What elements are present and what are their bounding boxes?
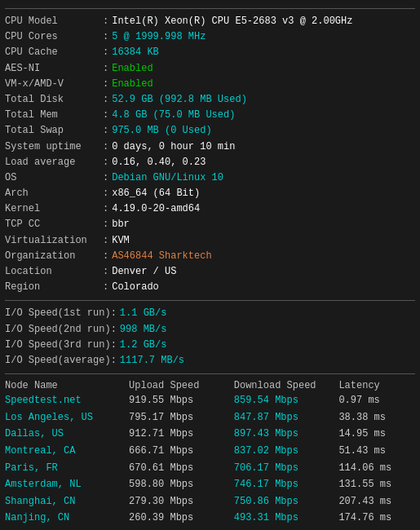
arch-value: x86_64 (64 Bit) — [112, 186, 200, 201]
vmx-row: VM-x/AMD-V : Enabled — [5, 77, 415, 92]
vmx-value: Enabled — [112, 77, 153, 92]
speed-download: 897.43 Mbps — [234, 426, 339, 443]
cpu-cores-row: CPU Cores : 5 @ 1999.998 MHz — [5, 29, 415, 45]
system-info-section: CPU Model : Intel(R) Xeon(R) CPU E5-2683… — [5, 8, 415, 295]
cpu-model-value: Intel(R) Xeon(R) CPU E5-2683 v3 @ 2.00GH… — [112, 14, 352, 29]
speed-table-header: Node Name Upload Speed Download Speed La… — [5, 379, 415, 392]
cpu-cache-label: CPU Cache — [5, 45, 103, 60]
speed-latency: 38.38 ms — [338, 409, 415, 426]
io-avg-label: I/O Speed(average) — [5, 353, 111, 369]
col-node-header: Node Name — [5, 379, 129, 392]
speed-node-name: Dallas, US — [5, 426, 129, 443]
cpu-model-row: CPU Model : Intel(R) Xeon(R) CPU E5-2683… — [5, 14, 415, 29]
region-value: Colorado — [112, 280, 159, 295]
speed-table: Node Name Upload Speed Download Speed La… — [5, 379, 415, 530]
os-value: Debian GNU/Linux 10 — [112, 170, 223, 186]
speed-latency: 174.76 ms — [338, 510, 415, 527]
col-latency-header: Latency — [338, 379, 415, 392]
table-row: Los Angeles, US795.17 Mbps847.87 Mbps38.… — [5, 409, 415, 426]
cpu-cores-value: 5 @ 1999.998 MHz — [112, 29, 206, 45]
speed-download: 750.86 Mbps — [234, 493, 339, 510]
speed-download: 706.17 Mbps — [234, 460, 339, 477]
io-run3-row: I/O Speed(3rd run) : 1.2 GB/s — [5, 338, 415, 353]
speed-node-name: Hongkong, CN — [5, 527, 129, 530]
uptime-value: 0 days, 0 hour 10 min — [112, 139, 235, 155]
speed-upload: 919.55 Mbps — [129, 392, 234, 409]
table-row: Amsterdam, NL598.80 Mbps746.17 Mbps131.5… — [5, 476, 415, 493]
speed-latency: 51.43 ms — [338, 443, 415, 460]
location-label: Location — [5, 264, 103, 280]
speed-upload: 279.30 Mbps — [129, 493, 234, 510]
load-row: Load average : 0.16, 0.40, 0.23 — [5, 155, 415, 170]
speed-upload: 101.02 Mbps — [129, 527, 234, 530]
kernel-label: Kernel — [5, 201, 103, 217]
table-row: Dallas, US912.71 Mbps897.43 Mbps14.95 ms — [5, 426, 415, 443]
speed-upload: 795.17 Mbps — [129, 409, 234, 426]
aes-value: Enabled — [112, 61, 153, 77]
cpu-model-label: CPU Model — [5, 14, 103, 29]
arch-row: Arch : x86_64 (64 Bit) — [5, 186, 415, 201]
aes-label: AES-NI — [5, 61, 103, 77]
table-row: Nanjing, CN260.39 Mbps493.31 Mbps174.76 … — [5, 510, 415, 527]
location-row: Location : Denver / US — [5, 264, 415, 280]
col-download-header: Download Speed — [234, 379, 339, 392]
org-label: Organization — [5, 249, 103, 264]
speed-download: 847.87 Mbps — [234, 409, 339, 426]
region-row: Region : Colorado — [5, 280, 415, 295]
cpu-cache-value: 16384 KB — [112, 45, 159, 60]
io-avg-value: 1117.7 MB/s — [120, 353, 184, 369]
org-value: AS46844 Sharktech — [112, 249, 211, 264]
disk-label: Total Disk — [5, 92, 103, 108]
tcp-label: TCP CC — [5, 217, 103, 232]
cpu-cache-row: CPU Cache : 16384 KB — [5, 45, 415, 60]
os-row: OS : Debian GNU/Linux 10 — [5, 170, 415, 186]
io-run1-row: I/O Speed(1st run) : 1.1 GB/s — [5, 306, 415, 321]
kernel-row: Kernel : 4.19.0-20-amd64 — [5, 201, 415, 217]
org-row: Organization : AS46844 Sharktech — [5, 249, 415, 264]
col-upload-header: Upload Speed — [129, 379, 234, 392]
speed-node-name: Speedtest.net — [5, 392, 129, 409]
mem-label: Total Mem — [5, 108, 103, 123]
io-speed-section: I/O Speed(1st run) : 1.1 GB/s I/O Speed(… — [5, 306, 415, 369]
tcp-row: TCP CC : bbr — [5, 217, 415, 232]
arch-label: Arch — [5, 186, 103, 201]
speed-download: 746.17 Mbps — [234, 476, 339, 493]
io-run2-label: I/O Speed(2nd run) — [5, 322, 111, 338]
speed-divider — [5, 373, 415, 374]
uptime-label: System uptime — [5, 139, 103, 155]
vmx-label: VM-x/AMD-V — [5, 77, 103, 92]
io-divider — [5, 300, 415, 301]
speed-node-name: Montreal, CA — [5, 443, 129, 460]
speed-node-name: Nanjing, CN — [5, 510, 129, 527]
virt-row: Virtualization : KVM — [5, 233, 415, 249]
swap-label: Total Swap — [5, 123, 103, 139]
swap-row: Total Swap : 975.0 MB (0 Used) — [5, 123, 415, 139]
table-row: Hongkong, CN101.02 Mbps924.23 Mbps184.67… — [5, 527, 415, 530]
mem-value: 4.8 GB (75.0 MB Used) — [112, 108, 235, 123]
io-run3-label: I/O Speed(3rd run) — [5, 338, 111, 353]
mem-row: Total Mem : 4.8 GB (75.0 MB Used) — [5, 108, 415, 123]
disk-row: Total Disk : 52.9 GB (992.8 MB Used) — [5, 92, 415, 108]
speed-upload: 598.80 Mbps — [129, 476, 234, 493]
uptime-row: System uptime : 0 days, 0 hour 10 min — [5, 139, 415, 155]
tcp-value: bbr — [112, 217, 130, 232]
io-run1-label: I/O Speed(1st run) — [5, 306, 111, 321]
speed-node-name: Paris, FR — [5, 460, 129, 477]
disk-value: 52.9 GB (992.8 MB Used) — [112, 92, 247, 108]
speed-download: 924.23 Mbps — [234, 527, 339, 530]
top-divider — [5, 8, 415, 9]
table-row: Montreal, CA666.71 Mbps837.02 Mbps51.43 … — [5, 443, 415, 460]
speed-download: 859.54 Mbps — [234, 392, 339, 409]
speedtest-section: Node Name Upload Speed Download Speed La… — [5, 379, 415, 530]
table-row: Speedtest.net919.55 Mbps859.54 Mbps0.97 … — [5, 392, 415, 409]
speed-upload: 666.71 Mbps — [129, 443, 234, 460]
load-value: 0.16, 0.40, 0.23 — [112, 155, 206, 170]
os-label: OS — [5, 170, 103, 186]
swap-value: 975.0 MB (0 Used) — [112, 123, 211, 139]
speed-node-name: Los Angeles, US — [5, 409, 129, 426]
virt-label: Virtualization — [5, 233, 103, 249]
io-run1-value: 1.1 GB/s — [120, 306, 167, 321]
speed-latency: 184.67 ms — [338, 527, 415, 530]
aes-row: AES-NI : Enabled — [5, 61, 415, 77]
region-label: Region — [5, 280, 103, 295]
